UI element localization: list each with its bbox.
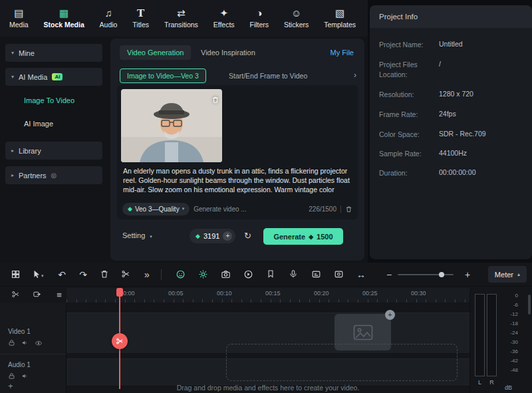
redo-icon[interactable]: ↷ bbox=[77, 269, 89, 280]
undo-icon[interactable]: ↶ bbox=[56, 269, 68, 280]
sidebar-item-ai-media[interactable]: ▾ AI Media AI bbox=[5, 68, 102, 86]
playhead-split-button[interactable] bbox=[112, 333, 128, 349]
add-track-button[interactable]: + bbox=[8, 381, 13, 391]
zoom-in-icon[interactable]: + bbox=[462, 269, 473, 280]
mode-image-to-video[interactable]: Image to Video—Veo 3 bbox=[120, 68, 206, 83]
setting-row: Setting ▾ ◆ 3191 + ↻ Generate ◆ 1500 bbox=[110, 227, 364, 245]
hide-track-eye-icon[interactable] bbox=[35, 339, 43, 347]
project-info-title: Project Info bbox=[370, 5, 532, 28]
marker-icon[interactable] bbox=[265, 269, 277, 279]
add-media-badge[interactable]: + bbox=[385, 310, 395, 320]
smart-cutout-icon[interactable] bbox=[197, 269, 209, 279]
playhead-handle[interactable] bbox=[116, 288, 123, 297]
meter-button-label: Meter bbox=[495, 271, 513, 279]
setting-dropdown[interactable]: Setting ▾ bbox=[122, 231, 152, 239]
video-track-label: Video 1 bbox=[8, 328, 31, 335]
model-selector-value: Veo 3—Quality bbox=[135, 205, 180, 213]
track-manager-icon[interactable]: ≡ bbox=[53, 290, 65, 300]
cursor-mode-caret-icon[interactable]: ▾ bbox=[41, 273, 44, 279]
layout-grid-icon[interactable] bbox=[9, 269, 21, 279]
delete-image-icon[interactable] bbox=[211, 96, 219, 104]
tab-video-generation[interactable]: Video Generation bbox=[120, 45, 191, 60]
tab-titles[interactable]: T Titles bbox=[132, 8, 149, 29]
sidebar-item-library-label: Library bbox=[19, 147, 41, 155]
sidebar-item-ai-image[interactable]: AI Image bbox=[24, 117, 53, 130]
fit-timeline-icon[interactable]: ↔ bbox=[355, 269, 367, 280]
credits-balance[interactable]: ◆ 3191 + bbox=[190, 229, 235, 243]
sidebar-item-library[interactable]: ▸ Library bbox=[5, 142, 102, 160]
lock-icon[interactable] bbox=[8, 372, 15, 380]
toolbar-divider bbox=[161, 269, 162, 280]
delete-icon[interactable] bbox=[98, 269, 110, 279]
tab-stickers-label: Stickers bbox=[284, 21, 309, 29]
effects-icon: ✦ bbox=[219, 8, 228, 19]
face-mosaic-icon[interactable] bbox=[174, 269, 186, 279]
tab-effects-label: Effects bbox=[213, 21, 235, 29]
more-tools-icon[interactable]: » bbox=[141, 269, 153, 280]
mute-speaker-icon[interactable] bbox=[21, 372, 29, 380]
my-file-link[interactable]: My File bbox=[331, 49, 354, 57]
model-selector-dropdown[interactable]: ◆ Veo 3—Quality ▾ bbox=[122, 203, 190, 215]
field-label: Frame Rate: bbox=[379, 110, 436, 120]
render-preview-icon[interactable] bbox=[31, 290, 43, 299]
playback-speed-icon[interactable] bbox=[242, 269, 254, 279]
add-credits-icon[interactable]: + bbox=[223, 231, 232, 241]
tab-templates[interactable]: ▧ Templates bbox=[324, 8, 356, 29]
tab-audio[interactable]: ♫ Audio bbox=[100, 8, 118, 29]
screen-record-icon[interactable] bbox=[332, 269, 344, 279]
zoom-slider-handle[interactable] bbox=[439, 272, 444, 277]
tab-media[interactable]: ▤ Media bbox=[9, 8, 29, 29]
generate-button-label: Generate bbox=[273, 233, 305, 241]
zoom-slider[interactable] bbox=[398, 274, 454, 275]
meter-scale-value: -30 bbox=[501, 339, 518, 345]
ruler-timestamp: 00:05 bbox=[168, 290, 184, 297]
timeline-subtoolbar: ≡ 00:00 00:05 00:10 00:15 00:20 00:25 00… bbox=[0, 287, 532, 303]
meter-scale-value: -6 bbox=[501, 302, 518, 308]
sidebar-item-mine[interactable]: ▾ Mine bbox=[5, 44, 102, 62]
zoom-out-icon[interactable]: − bbox=[383, 269, 395, 280]
meter-scale-value: -48 bbox=[501, 367, 518, 373]
generate-button[interactable]: Generate ◆ 1500 bbox=[263, 228, 343, 245]
model-row: ◆ Veo 3—Quality ▾ Generate video ... 226… bbox=[122, 202, 352, 215]
snapshot-camera-icon[interactable] bbox=[219, 269, 231, 279]
prompt-textarea[interactable]: An elderly man opens a dusty trunk in an… bbox=[123, 166, 352, 202]
stickers-icon: ☺ bbox=[291, 8, 301, 19]
mute-speaker-icon[interactable] bbox=[21, 339, 29, 346]
meter-toggle-button[interactable]: Meter ▴ bbox=[488, 266, 527, 283]
meter-caret-icon: ▴ bbox=[517, 271, 520, 277]
tab-filters[interactable]: ◑ Filters bbox=[249, 8, 269, 29]
tab-stock-media-label: Stock Media bbox=[43, 21, 84, 29]
tab-video-inspiration[interactable]: Video Inspiration bbox=[201, 49, 255, 57]
tab-stock-media[interactable]: ▦ Stock Media bbox=[43, 8, 84, 29]
scissors-icon bbox=[116, 337, 124, 345]
stock-media-icon: ▦ bbox=[59, 8, 68, 19]
lock-icon[interactable] bbox=[8, 339, 15, 346]
clear-prompt-icon[interactable] bbox=[345, 205, 352, 213]
split-scissors-icon[interactable] bbox=[120, 269, 132, 279]
media-placeholder-card[interactable]: + bbox=[334, 314, 391, 350]
generate-cost: 1500 bbox=[317, 233, 332, 241]
meter-bar-right bbox=[487, 294, 497, 376]
tab-transitions[interactable]: ⇄ Transitions bbox=[164, 8, 198, 29]
sidebar-item-partners[interactable]: ▸ Partners ◎ bbox=[5, 166, 102, 184]
modes-more-arrow-icon[interactable]: › bbox=[354, 70, 356, 80]
uploaded-image-thumbnail[interactable] bbox=[121, 89, 222, 162]
sidebar-item-image-to-video[interactable]: Image To Video bbox=[24, 94, 74, 107]
track-header-panel: Video 1 Audio 1 + bbox=[0, 303, 66, 393]
voiceover-mic-icon[interactable] bbox=[287, 269, 299, 279]
razor-split-icon[interactable] bbox=[9, 290, 21, 299]
tab-filters-label: Filters bbox=[249, 21, 269, 29]
templates-icon: ▧ bbox=[335, 8, 344, 19]
credit-gem-icon: ◆ bbox=[196, 233, 200, 239]
tab-titles-label: Titles bbox=[132, 21, 149, 29]
timeline-scrollbar[interactable] bbox=[528, 295, 531, 315]
sidebar-item-image-to-video-label: Image To Video bbox=[24, 96, 74, 104]
titles-icon: T bbox=[137, 8, 144, 19]
refresh-credits-icon[interactable]: ↻ bbox=[244, 231, 251, 241]
timeline-ruler[interactable]: 00:00 00:05 00:10 00:15 00:20 00:25 00:3… bbox=[66, 288, 469, 303]
auto-captions-icon[interactable] bbox=[310, 269, 322, 279]
mode-start-end-frame[interactable]: Start/End Frame to Video bbox=[229, 72, 307, 80]
tab-stickers[interactable]: ☺ Stickers bbox=[284, 8, 309, 29]
field-value: 1280 x 720 bbox=[439, 90, 473, 98]
tab-effects[interactable]: ✦ Effects bbox=[213, 8, 235, 29]
